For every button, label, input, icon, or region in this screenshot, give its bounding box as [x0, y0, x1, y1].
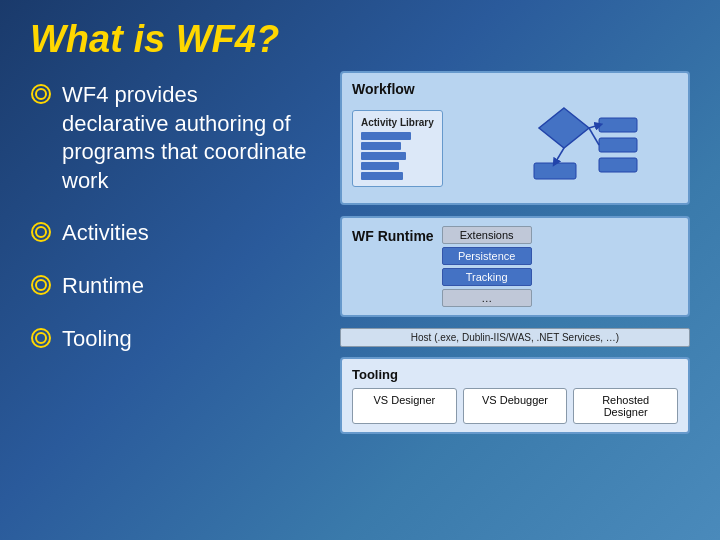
svg-point-3 — [36, 227, 46, 237]
persistence-badge: Persistence — [442, 247, 532, 265]
activity-library-box: Activity Library — [352, 110, 443, 187]
page-title: What is WF4? — [0, 0, 720, 71]
bullet-text-2: Activities — [62, 219, 149, 248]
bullet-text-3: Runtime — [62, 272, 144, 301]
host-label: Host (.exe, Dublin-IIS/WAS, .NET Service… — [340, 328, 690, 347]
tracking-badge: Tracking — [442, 268, 532, 286]
workflow-diagram — [451, 103, 678, 193]
svg-line-13 — [589, 125, 599, 128]
bullet-item-1: WF4 provides declarative authoring of pr… — [30, 81, 310, 195]
runtime-section: WF Runtime Extensions Persistence Tracki… — [340, 216, 690, 317]
rehosted-designer-button[interactable]: Rehosted Designer — [573, 388, 678, 424]
tooling-label: Tooling — [352, 367, 678, 382]
svg-rect-11 — [599, 158, 637, 172]
left-panel: WF4 provides declarative authoring of pr… — [30, 71, 310, 434]
bullet-item-2: Activities — [30, 219, 310, 248]
bar-4 — [361, 162, 399, 170]
bar-1 — [361, 132, 411, 140]
svg-point-5 — [36, 280, 46, 290]
svg-point-1 — [36, 89, 46, 99]
svg-point-6 — [32, 329, 50, 347]
svg-point-2 — [32, 223, 50, 241]
svg-point-7 — [36, 333, 46, 343]
bullet-icon-3 — [30, 274, 52, 296]
activity-library-label: Activity Library — [361, 117, 434, 129]
svg-marker-8 — [539, 108, 589, 148]
dots-badge: … — [442, 289, 532, 307]
extensions-stack: Extensions Persistence Tracking … — [442, 226, 532, 307]
svg-rect-9 — [599, 118, 637, 132]
workflow-label: Workflow — [352, 81, 678, 97]
bullet-icon-4 — [30, 327, 52, 349]
bullet-text-4: Tooling — [62, 325, 132, 354]
vs-debugger-button[interactable]: VS Debugger — [463, 388, 568, 424]
workflow-section: Workflow Activity Library — [340, 71, 690, 205]
tooling-buttons: VS Designer VS Debugger Rehosted Designe… — [352, 388, 678, 424]
svg-rect-10 — [599, 138, 637, 152]
bullet-item-3: Runtime — [30, 272, 310, 301]
bar-3 — [361, 152, 406, 160]
bar-2 — [361, 142, 401, 150]
tooling-section: Tooling VS Designer VS Debugger Rehosted… — [340, 357, 690, 434]
bullet-icon-1 — [30, 83, 52, 105]
svg-line-14 — [589, 128, 599, 145]
right-panel: Workflow Activity Library — [340, 71, 690, 434]
bar-5 — [361, 172, 403, 180]
svg-point-0 — [32, 85, 50, 103]
bullet-item-4: Tooling — [30, 325, 310, 354]
bullet-icon-2 — [30, 221, 52, 243]
bullet-text-1: WF4 provides declarative authoring of pr… — [62, 81, 310, 195]
svg-rect-12 — [534, 163, 576, 179]
vs-designer-button[interactable]: VS Designer — [352, 388, 457, 424]
runtime-label: WF Runtime — [352, 226, 434, 244]
svg-line-15 — [555, 148, 564, 163]
svg-point-4 — [32, 276, 50, 294]
flowchart-svg — [484, 103, 644, 193]
activity-bars — [361, 132, 434, 180]
extensions-badge: Extensions — [442, 226, 532, 244]
